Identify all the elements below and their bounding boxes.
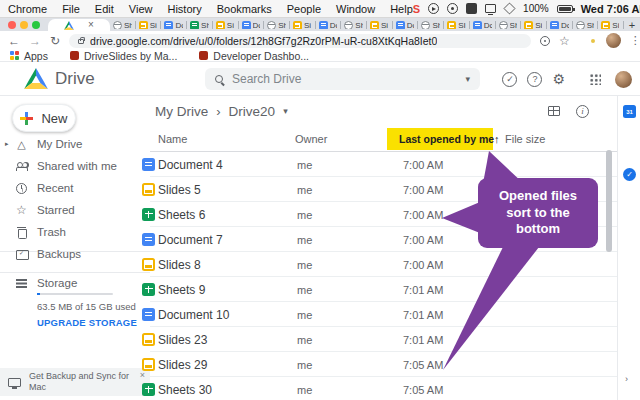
sort-ascending-arrow-icon[interactable]: ↑ [494,133,500,145]
file-row[interactable]: Sheets 30 me 7:05 AM [150,377,617,400]
browser-tab[interactable]: Sh [573,21,599,29]
zoom-window-button[interactable] [32,21,40,29]
url-text[interactable]: drive.google.com/drive/u/0/folders/12h8G… [90,35,437,47]
file-row[interactable]: Document 4 me 7:00 AM [150,152,617,177]
panel-collapse-chevron-icon[interactable]: › [625,374,628,384]
browser-tab[interactable]: Dc [239,21,265,29]
bookmark-driveslides[interactable]: DriveSlides by Ma... [70,50,177,62]
bookmark-apps[interactable]: Apps [10,50,48,62]
menu-item[interactable]: Bookmarks [217,3,272,15]
file-name[interactable]: Slides 29 [158,358,207,372]
expander-icon[interactable]: ▸ [5,140,9,148]
sidebar-item[interactable]: ▸ My Drive [0,133,150,155]
file-name[interactable]: Document 4 [158,158,223,172]
browser-tab[interactable]: Dc [393,21,419,29]
play-status-icon[interactable] [428,3,439,14]
browser-tab[interactable]: Sh [341,21,367,29]
file-row[interactable]: Slides 8 me 7:00 AM [150,252,617,277]
browser-tab[interactable]: Dc [316,21,342,29]
breadcrumb-folder[interactable]: Drive20 [229,104,276,119]
search-input[interactable]: Search Drive ▾ [205,68,480,90]
file-name[interactable]: Sheets 6 [158,208,205,222]
banner-close-icon[interactable]: × [140,370,145,380]
column-file-size[interactable]: File size [505,133,545,145]
search-icon[interactable] [215,75,223,83]
bookmark-developer-dashboard[interactable]: Developer Dashbo... [199,50,309,62]
browser-tab[interactable]: Si [598,21,624,29]
account-avatar[interactable] [615,71,632,88]
file-name[interactable]: Sheets 9 [158,283,205,297]
drive-logo[interactable] [24,68,48,89]
address-bar[interactable]: drive.google.com/drive/u/0/folders/12h8G… [69,34,531,48]
close-window-button[interactable] [8,21,16,29]
minimize-window-button[interactable] [20,21,28,29]
browser-tab[interactable]: Si [367,21,393,29]
file-name[interactable]: Slides 23 [158,333,207,347]
tab-close-icon[interactable]: × [88,21,94,29]
breadcrumb-my-drive[interactable]: My Drive [155,104,208,119]
browser-tab[interactable]: Sh [264,21,290,29]
offline-status-icon[interactable]: ✓ [502,72,517,87]
folder-menu-caret-icon[interactable]: ▾ [283,106,288,116]
menu-item[interactable]: Edit [95,3,114,15]
s-status-icon[interactable]: S [413,3,420,15]
page-action-icon[interactable] [540,36,550,46]
vertical-scrollbar[interactable] [606,150,612,252]
file-name[interactable]: Slides 5 [158,183,201,197]
menu-clock[interactable]: Wed 7:06 AM [581,3,640,15]
square-status-icon[interactable] [466,3,477,14]
file-name[interactable]: Document 7 [158,233,223,247]
sidebar-item-backups[interactable]: Backups [0,243,150,265]
sidebar-item[interactable]: Shared with me [0,155,150,177]
browser-profile-avatar[interactable] [606,33,621,48]
sidebar-item[interactable]: Trash [0,221,150,243]
browser-tab[interactable]: SI [444,21,470,29]
column-owner[interactable]: Owner [295,133,327,145]
browser-tab[interactable]: Si [213,21,239,29]
grid-view-icon[interactable] [548,106,560,116]
file-row[interactable]: Slides 29 me 7:05 AM [150,352,617,377]
menu-item[interactable]: Chrome [8,3,47,15]
browser-menu-icon[interactable]: ⋮ [630,35,640,46]
browser-tab[interactable]: Sh [187,21,213,29]
browser-tab[interactable]: Dc [161,21,187,29]
help-icon[interactable]: ? [527,72,542,87]
reload-button[interactable]: ↻ [50,35,60,47]
google-apps-grid-icon[interactable] [589,73,601,85]
menu-item[interactable]: History [167,3,201,15]
display-status-icon[interactable] [485,4,496,13]
file-row[interactable]: Slides 23 me 7:01 AM [150,327,617,352]
browser-tab[interactable]: Dc [547,21,573,29]
new-button[interactable]: New [12,104,76,132]
sidebar-item[interactable]: Recent [0,177,150,199]
menu-item[interactable]: People [287,3,321,15]
column-name[interactable]: Name [158,133,187,145]
settings-gear-icon[interactable]: ⚙ [552,72,565,86]
column-last-opened-sort[interactable]: Last opened by me ↑ [387,128,493,150]
back-button[interactable]: ← [8,35,20,47]
menu-item[interactable]: View [129,3,153,15]
menu-item[interactable]: Window [336,3,375,15]
sidebar-item-storage[interactable]: Storage [0,272,150,294]
bookmark-star-icon[interactable]: ☆ [559,35,570,47]
browser-tab[interactable]: Si [290,21,316,29]
file-name[interactable]: Document 10 [158,308,229,322]
ring-status-icon[interactable] [447,3,458,14]
backup-sync-banner[interactable]: Get Backup and Sync for Mac × [0,368,150,396]
file-row[interactable]: Sheets 9 me 7:01 AM [150,277,617,302]
file-name[interactable]: Sheets 30 [158,383,212,397]
new-tab-button[interactable]: + [624,19,640,31]
browser-tab[interactable]: Si [136,21,162,29]
browser-tab[interactable]: Sh [496,21,522,29]
file-row[interactable]: Document 10 me 7:01 AM [150,302,617,327]
upgrade-storage-link[interactable]: UPGRADE STORAGE [37,317,137,328]
active-tab-drive[interactable]: × [48,19,110,31]
menu-item[interactable]: File [62,3,80,15]
lock-icon[interactable] [78,39,84,44]
search-options-caret-icon[interactable]: ▾ [465,74,470,84]
browser-tab[interactable]: Sh [418,21,444,29]
browser-tab[interactable]: Dc [470,21,496,29]
file-name[interactable]: Slides 8 [158,258,201,272]
calendar-icon[interactable]: 31 [623,105,636,118]
tasks-icon[interactable]: ✓ [623,168,636,181]
